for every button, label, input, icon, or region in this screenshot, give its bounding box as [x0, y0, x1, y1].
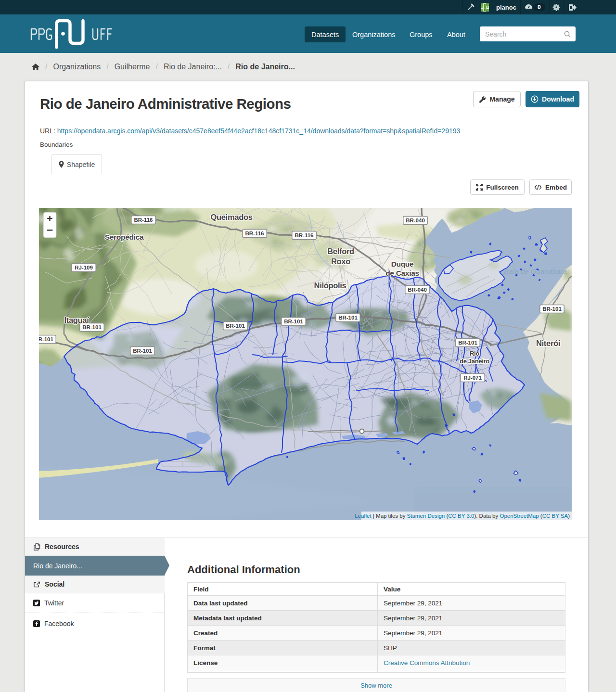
- svg-text:BR-101: BR-101: [82, 324, 102, 330]
- svg-text:Itaguaí: Itaguaí: [64, 316, 90, 324]
- svg-text:BR-116: BR-116: [295, 232, 314, 238]
- svg-text:−: −: [47, 224, 53, 236]
- svg-text:Queimados: Queimados: [210, 213, 252, 221]
- svg-text:Seropédica: Seropédica: [105, 233, 144, 241]
- svg-text:+: +: [47, 213, 52, 224]
- svg-text:BR-101: BR-101: [542, 306, 562, 312]
- svg-text:de Janeiro: de Janeiro: [460, 358, 489, 365]
- svg-text:Baía de Guanabara: Baía de Guanabara: [504, 267, 567, 275]
- svg-text:BR-101: BR-101: [338, 315, 358, 320]
- svg-text:RJ-109: RJ-109: [75, 265, 93, 270]
- svg-text:BR-040: BR-040: [406, 218, 425, 223]
- svg-text:Nilópolis: Nilópolis: [314, 281, 346, 290]
- svg-text:Leaflet | Map tiles by Stamen: Leaflet | Map tiles by Stamen Design (CC…: [355, 513, 570, 519]
- svg-text:RJ-071: RJ-071: [463, 375, 482, 381]
- svg-text:Niterói: Niterói: [536, 339, 560, 347]
- svg-text:BR-101: BR-101: [39, 336, 53, 342]
- svg-text:Duque: Duque: [391, 260, 414, 268]
- svg-text:BR-116: BR-116: [134, 217, 153, 223]
- svg-text:Roxo: Roxo: [331, 257, 350, 266]
- svg-text:BR-101: BR-101: [458, 340, 477, 346]
- svg-text:BR-101: BR-101: [226, 323, 245, 329]
- svg-text:BR-101: BR-101: [284, 319, 303, 324]
- svg-text:de Caxias: de Caxias: [385, 269, 419, 277]
- svg-text:BR-101: BR-101: [133, 348, 152, 354]
- svg-text:Belford: Belford: [327, 247, 354, 256]
- svg-text:BR-116: BR-116: [245, 231, 264, 236]
- svg-text:Rio: Rio: [470, 350, 479, 357]
- svg-text:BR-040: BR-040: [408, 287, 427, 293]
